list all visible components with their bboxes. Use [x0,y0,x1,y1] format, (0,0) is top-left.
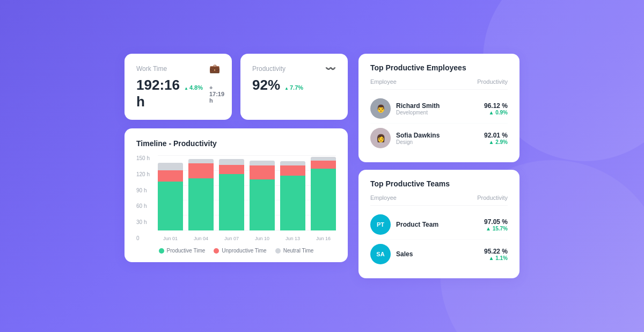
team-col-header: Employee [370,194,397,201]
team-name-product: Product Team [396,221,484,228]
top-teams-header: Employee Productivity [370,194,508,206]
person-name-sofia: Sofia Dawkins [396,132,484,139]
productivity-change-sofia: ▲ 2.9% [484,139,508,145]
x-label-2: Jun 04 [188,236,214,241]
productivity-info-sofia: 92.01 % ▲ 2.9% [484,132,508,145]
x-labels: Jun 01 Jun 04 Jun 07 Jun 10 Jun 13 Jun 1… [158,236,336,241]
y-axis: 0 30 h 60 h 90 h 120 h 150 h [136,155,156,241]
y-label-120: 120 h [136,171,156,177]
productivity-info-product: 97.05 % ▲ 15.7% [484,218,508,232]
bars-container [158,155,336,230]
bar-group-3 [219,155,244,230]
chart-icon: 〰️ [325,63,336,74]
bar-group-1 [158,155,183,230]
work-time-card: Work Time 💼 192:16 h 4.8% + 17:19 h [125,54,232,120]
top-teams-card: Top Productive Teams Employee Productivi… [358,170,519,278]
productivity-info-sales: 95.22 % ▲ 1.1% [484,248,508,261]
bar-unproductive-6 [311,161,336,169]
stats-row: Work Time 💼 192:16 h 4.8% + 17:19 h [125,54,348,120]
top-employees-title: Top Productive Employees [370,63,508,72]
productivity-change-product: ▲ 15.7% [484,226,508,232]
productivity-value-sales: 95.22 % [484,248,508,255]
top-teams-title: Top Productive Teams [370,179,508,188]
person-info-sofia: Sofia Dawkins Design [396,132,484,145]
bar-stack-1 [158,163,183,230]
productivity-value-sofia: 92.01 % [484,132,508,139]
x-label-6: Jun 16 [311,236,336,241]
employee-row-1: 👨 Richard Smith Development 96.12 % ▲ 0.… [370,94,508,124]
person-dept-richard: Development [396,110,484,116]
bar-neutral-5 [280,161,305,165]
bar-stack-5 [280,161,305,230]
employee-row-2: 👩 Sofia Dawkins Design 92.01 % ▲ 2.9% [370,124,508,153]
bar-neutral-6 [311,157,336,161]
legend-productive-dot [159,248,164,254]
top-employees-header: Employee Productivity [370,78,508,90]
bar-unproductive-2 [188,163,214,178]
y-label-90: 90 h [136,187,156,193]
bar-group-6 [311,155,336,230]
team-row-1: PT Product Team 97.05 % ▲ 15.7% [370,210,508,240]
productivity-change-sales: ▲ 1.1% [484,255,508,261]
bar-neutral-3 [219,159,244,165]
bar-productive-2 [188,178,214,230]
chart-card: Timeline - Productivity 0 30 h 60 h 90 h… [125,128,348,262]
x-label-1: Jun 01 [158,236,183,241]
productivity-change-richard: ▲ 0.9% [484,110,508,116]
legend-neutral: Neutral Time [275,248,314,254]
briefcase-icon: 💼 [209,63,220,74]
bar-neutral-4 [250,161,275,165]
bar-stack-6 [311,157,336,230]
team-name-sales: Sales [396,250,484,258]
legend-neutral-dot [275,248,281,254]
productivity-value-richard: 96.12 % [484,102,508,110]
chart-title: Timeline - Productivity [136,139,336,148]
team-info-product: Product Team [396,221,484,228]
x-label-5: Jun 13 [280,236,305,241]
bar-neutral-2 [188,159,214,163]
avatar-richard: 👨 [370,98,391,119]
work-time-sub: + 17:19 h [209,84,224,104]
y-label-30: 30 h [136,219,156,225]
up-arrow-icon [184,84,188,91]
person-info-richard: Richard Smith Development [396,102,484,116]
right-panels: Top Productive Employees Employee Produc… [358,54,519,278]
bar-productive-5 [280,176,305,230]
legend-productive: Productive Time [159,248,206,254]
avatar-sofia: 👩 [370,128,391,148]
work-time-label: Work Time 💼 [136,63,220,74]
bar-unproductive-3 [219,165,244,174]
productivity-change: 7.7% [284,84,303,91]
bar-productive-1 [158,182,183,230]
person-name-richard: Richard Smith [396,102,484,110]
up-arrow-icon-2 [284,84,289,91]
legend-unproductive-dot [214,248,219,254]
productivity-col-header: Productivity [477,78,508,85]
legend-unproductive-label: Unproductive Time [222,248,266,254]
work-time-change: 4.8% [184,84,203,91]
bar-productive-6 [311,169,336,230]
bar-group-4 [250,155,275,230]
employee-col-header: Employee [370,78,397,85]
chart-area: 0 30 h 60 h 90 h 120 h 150 h [136,155,336,241]
productivity-value: 92% 7.7% [252,77,336,93]
y-label-150: 150 h [136,155,156,161]
bar-stack-4 [250,161,275,230]
legend-unproductive: Unproductive Time [214,248,266,254]
team-info-sales: Sales [396,250,484,258]
productivity-label: Productivity 〰️ [252,63,336,74]
person-dept-sofia: Design [396,139,484,145]
bar-neutral-1 [158,163,183,170]
chart-legend: Productive Time Unproductive Time Neutra… [136,248,336,254]
team-row-2: SA Sales 95.22 % ▲ 1.1% [370,240,508,269]
avatar-product-team: PT [370,214,391,235]
y-label-0: 0 [136,235,156,241]
bar-unproductive-1 [158,170,183,182]
bar-productive-4 [250,179,275,230]
bar-stack-2 [188,159,214,230]
bar-unproductive-5 [280,165,305,176]
bar-stack-3 [219,159,244,230]
productivity-info-richard: 96.12 % ▲ 0.9% [484,102,508,116]
avatar-sales: SA [370,244,391,264]
x-label-4: Jun 10 [250,236,275,241]
